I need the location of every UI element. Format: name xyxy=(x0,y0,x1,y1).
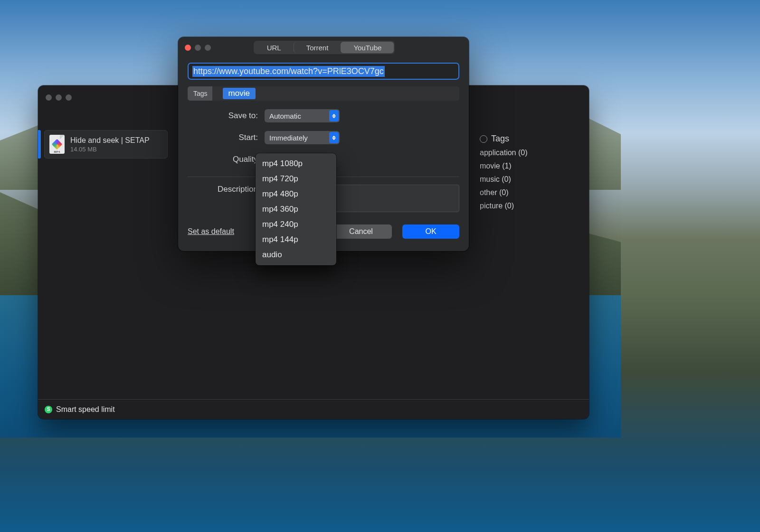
start-row: Start: Immediately xyxy=(188,131,459,144)
tab-torrent[interactable]: Torrent xyxy=(294,42,341,53)
file-mp4-icon: MP4 xyxy=(49,135,65,154)
ok-button[interactable]: OK xyxy=(402,224,459,239)
start-label: Start: xyxy=(188,133,258,142)
quality-option-1080p[interactable]: mp4 1080p xyxy=(256,156,336,171)
save-to-value: Automatic xyxy=(269,112,301,120)
quality-option-144p[interactable]: mp4 144p xyxy=(256,232,336,247)
url-input[interactable]: https://www.youtube.com/watch?v=PRlE3OCV… xyxy=(188,63,459,80)
cancel-button[interactable]: Cancel xyxy=(330,224,392,239)
zoom-icon[interactable] xyxy=(205,45,211,51)
speed-badge-icon[interactable]: S xyxy=(45,406,52,413)
app-cube-icon xyxy=(52,139,63,150)
status-text[interactable]: Smart speed limit xyxy=(56,405,115,414)
radio-icon[interactable] xyxy=(480,135,487,143)
download-item[interactable]: MP4 Hide and seek | SETAP 14.05 MB xyxy=(44,130,168,159)
quality-option-480p[interactable]: mp4 480p xyxy=(256,187,336,202)
set-as-default-link[interactable]: Set as default xyxy=(188,227,234,236)
status-bar: S Smart speed limit xyxy=(38,399,589,419)
tags-header[interactable]: Tags xyxy=(480,134,580,144)
tags-header-label: Tags xyxy=(491,134,509,144)
tag-token-movie[interactable]: movie xyxy=(223,88,256,99)
download-size: 14.05 MB xyxy=(70,146,150,153)
tag-filter-other[interactable]: other (0) xyxy=(480,188,580,197)
start-value: Immediately xyxy=(269,134,308,142)
description-label: Description xyxy=(188,185,258,194)
traffic-lights xyxy=(46,94,72,101)
tag-filter-movie[interactable]: movie (1) xyxy=(480,162,580,170)
tag-filter-picture[interactable]: picture (0) xyxy=(480,202,580,210)
download-title: Hide and seek | SETAP xyxy=(70,136,150,145)
file-type-label: MP4 xyxy=(49,150,65,153)
dialog-titlebar[interactable]: URL Torrent YouTube xyxy=(178,37,469,58)
save-to-row: Save to: Automatic xyxy=(188,109,459,122)
quality-dropdown[interactable]: mp4 1080p mp4 720p mp4 480p mp4 360p mp4… xyxy=(256,153,336,265)
start-select[interactable]: Immediately xyxy=(265,131,340,144)
url-value: https://www.youtube.com/watch?v=PRlE3OCV… xyxy=(192,66,385,77)
tab-url[interactable]: URL xyxy=(255,42,294,53)
tags-sidebar: Tags application (0) movie (1) music (0)… xyxy=(480,134,580,210)
download-item-accent xyxy=(38,130,41,159)
chevron-up-down-icon xyxy=(329,132,339,143)
quality-option-360p[interactable]: mp4 360p xyxy=(256,202,336,217)
quality-option-audio[interactable]: audio xyxy=(256,247,336,262)
add-download-dialog: URL Torrent YouTube https://www.youtube.… xyxy=(178,37,469,251)
zoom-icon[interactable] xyxy=(66,94,72,101)
download-item-text: Hide and seek | SETAP 14.05 MB xyxy=(70,136,150,153)
minimize-icon[interactable] xyxy=(56,94,62,101)
save-to-label: Save to: xyxy=(188,111,258,121)
chevron-up-down-icon xyxy=(329,110,339,121)
close-icon[interactable] xyxy=(185,45,191,51)
source-type-segmented: URL Torrent YouTube xyxy=(254,41,395,54)
tag-filter-application[interactable]: application (0) xyxy=(480,149,580,157)
tags-input-row[interactable]: Tags movie xyxy=(188,86,459,101)
quality-label: Quality xyxy=(188,155,258,164)
close-icon[interactable] xyxy=(46,94,52,101)
tab-youtube[interactable]: YouTube xyxy=(341,42,394,53)
quality-option-720p[interactable]: mp4 720p xyxy=(256,171,336,187)
tags-chip-label: Tags xyxy=(188,86,212,101)
tags-list: application (0) movie (1) music (0) othe… xyxy=(480,149,580,210)
tag-filter-music[interactable]: music (0) xyxy=(480,175,580,184)
save-to-select[interactable]: Automatic xyxy=(265,109,340,122)
dialog-traffic-lights xyxy=(185,45,211,51)
minimize-icon[interactable] xyxy=(195,45,201,51)
quality-option-240p[interactable]: mp4 240p xyxy=(256,217,336,232)
